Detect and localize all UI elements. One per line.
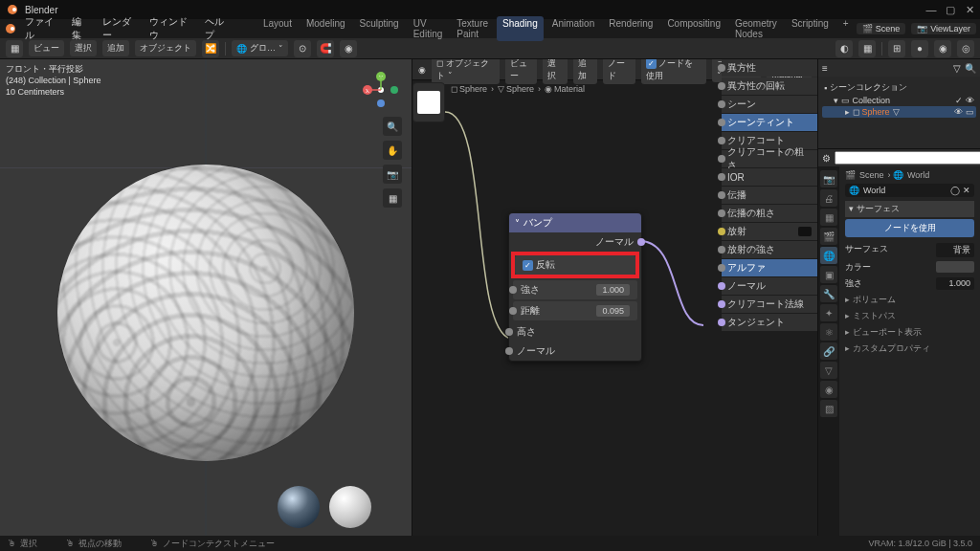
shading-matprev-icon[interactable]: ◉ (934, 40, 951, 57)
use-nodes-button[interactable]: ノードを使用 (845, 219, 974, 237)
shader-input-6[interactable]: IOR (722, 168, 817, 186)
socket-icon[interactable] (718, 82, 725, 90)
shading-solid-icon[interactable]: ● (911, 40, 928, 57)
socket-icon[interactable] (718, 246, 725, 253)
socket-icon[interactable] (718, 173, 725, 181)
xray-icon[interactable]: ▦ (858, 40, 876, 57)
socket-strength-in[interactable] (509, 286, 517, 294)
sphere-object[interactable] (57, 165, 354, 461)
shader-input-14[interactable]: タンジェント (722, 314, 817, 331)
transform-icon[interactable]: 🔀 (202, 40, 219, 57)
bump-invert-row[interactable]: ✓ 反転 (515, 255, 635, 275)
tab-geonodes[interactable]: Geometry Nodes (729, 16, 783, 41)
nav-gizmo-icon[interactable]: Y X (360, 69, 402, 111)
socket-icon[interactable] (718, 100, 725, 108)
outliner[interactable]: ▪ シーンコレクション ▾ ▭ Collection ✓ 👁 ▸ ◻ Spher… (818, 77, 980, 149)
ne-select[interactable]: 選択 (543, 59, 567, 84)
pt-data[interactable]: ▽ (820, 362, 837, 379)
hand-icon[interactable]: ✋ (383, 141, 402, 160)
overlay-icon[interactable]: ◐ (835, 40, 853, 57)
socket-icon[interactable] (718, 282, 725, 290)
view-menu[interactable]: ビュー (29, 40, 64, 56)
object-mode-btn[interactable]: ◻ オブジェクト ˅ (432, 59, 500, 84)
maximize-icon[interactable]: ▢ (946, 5, 955, 14)
pt-viewlayer[interactable]: ▦ (820, 209, 837, 226)
distance-value[interactable]: 0.095 (596, 305, 630, 317)
grid-toggle-icon[interactable]: ▦ (383, 188, 402, 208)
pt-render[interactable]: 📷 (820, 170, 837, 187)
zoom-icon[interactable]: 🔍 (383, 117, 402, 136)
pt-modifier[interactable]: 🔧 (820, 285, 837, 302)
snap-icon[interactable]: 🧲 (317, 40, 334, 57)
socket-icon[interactable] (718, 137, 725, 144)
shader-input-2[interactable]: シーン (722, 96, 817, 113)
prop-type-icon[interactable]: ⚙ (822, 153, 831, 164)
pt-output[interactable]: 🖨 (820, 189, 837, 207)
ne-view[interactable]: ビュー (505, 59, 537, 84)
bump-distance-row[interactable]: 距離 0.095 (513, 301, 637, 320)
material-preview-icon[interactable] (329, 486, 371, 528)
shader-input-9[interactable]: 放射 (722, 223, 817, 240)
pivot-icon[interactable]: ⊙ (294, 40, 311, 57)
surface-header[interactable]: ▾ サーフェス (845, 201, 974, 217)
outliner-filter-icon[interactable]: ▽ (953, 63, 961, 74)
tab-animation[interactable]: Animation (546, 16, 600, 41)
outliner-sphere[interactable]: ▸ ◻ Sphere ▽ 👁 ▭ (822, 106, 976, 118)
minimize-icon[interactable]: — (926, 5, 936, 14)
select-menu[interactable]: 選択 (70, 40, 97, 56)
socket-height-in[interactable] (505, 328, 513, 336)
pt-scene[interactable]: 🎬 (820, 228, 837, 245)
bump-node-title[interactable]: ˅ バンプ (509, 213, 641, 232)
properties-search[interactable] (835, 151, 980, 165)
node-editor[interactable]: ◉ ◻ オブジェクト ˅ ビュー 選択 追加 ノード ✓ ノードを使用 スロット… (412, 59, 817, 536)
editor-type-icon[interactable]: ▦ (6, 40, 23, 57)
viewport-3d[interactable]: フロント・平行投影 (248) Collection | Sphere 10 C… (0, 59, 412, 536)
use-nodes-toggle[interactable]: ✓ ノードを使用 (641, 59, 706, 84)
emission-color-swatch[interactable] (798, 227, 812, 236)
pt-material[interactable]: ◉ (820, 381, 837, 398)
pt-world[interactable]: 🌐 (820, 247, 837, 264)
ne-node[interactable]: ノード (603, 59, 635, 84)
tab-add[interactable]: + (837, 16, 855, 41)
socket-distance-in[interactable] (509, 307, 517, 315)
shader-input-11[interactable]: アルファ (722, 259, 817, 276)
color-swatch[interactable] (936, 261, 974, 273)
pt-object[interactable]: ▣ (820, 266, 837, 283)
shader-input-5[interactable]: クリアコートの粗さ (722, 150, 817, 167)
pt-texture[interactable]: ▨ (820, 400, 837, 417)
tab-uvediting[interactable]: UV Editing (408, 16, 449, 41)
sec-custom[interactable]: ▸ カスタムプロパティ (845, 341, 974, 357)
shader-input-7[interactable]: 伝播 (722, 187, 817, 204)
shader-input-8[interactable]: 伝播の粗さ (722, 205, 817, 222)
proportional-icon[interactable]: ◉ (340, 40, 357, 57)
socket-icon[interactable] (718, 300, 725, 308)
shader-input-12[interactable]: ノーマル (722, 277, 817, 295)
socket-icon[interactable] (718, 228, 725, 235)
tab-scripting[interactable]: Scripting (786, 16, 835, 41)
world-strength-value[interactable]: 1.000 (936, 277, 974, 290)
viewlayer-selector[interactable]: 📷 ViewLayer (911, 23, 976, 34)
pt-constraint[interactable]: 🔗 (820, 342, 837, 360)
object-menu[interactable]: オブジェクト (135, 40, 196, 56)
node-editor-type-icon[interactable]: ◉ (418, 65, 426, 75)
socket-icon[interactable] (718, 119, 725, 126)
world-selector-row[interactable]: 🌐 World ◯ ✕ (845, 184, 974, 197)
invert-checkbox[interactable]: ✓ (523, 260, 533, 271)
shading-rendered-icon[interactable]: ◎ (957, 40, 974, 57)
image-texture-node[interactable] (412, 82, 445, 122)
tab-shading[interactable]: Shading (497, 16, 544, 41)
camera-icon[interactable]: 📷 (383, 165, 402, 184)
sec-viewport[interactable]: ▸ ビューポート表示 (845, 324, 974, 341)
socket-normal-out[interactable] (637, 238, 645, 246)
hdri-preview-icon[interactable] (278, 486, 320, 528)
outliner-scene-collection[interactable]: ▪ シーンコレクション (822, 80, 976, 95)
shader-input-3[interactable]: シーンティント (722, 114, 817, 131)
socket-icon[interactable] (718, 155, 725, 163)
bump-node[interactable]: ˅ バンプ ノーマル ✓ 反転 強さ 1.000 距離 0.095 (508, 212, 642, 362)
tab-modeling[interactable]: Modeling (301, 16, 351, 41)
add-menu[interactable]: 追加 (102, 40, 129, 56)
tab-sculpting[interactable]: Sculpting (354, 16, 405, 41)
sec-mist[interactable]: ▸ ミストパス (845, 308, 974, 324)
socket-icon[interactable] (718, 264, 725, 272)
socket-icon[interactable] (718, 191, 725, 199)
